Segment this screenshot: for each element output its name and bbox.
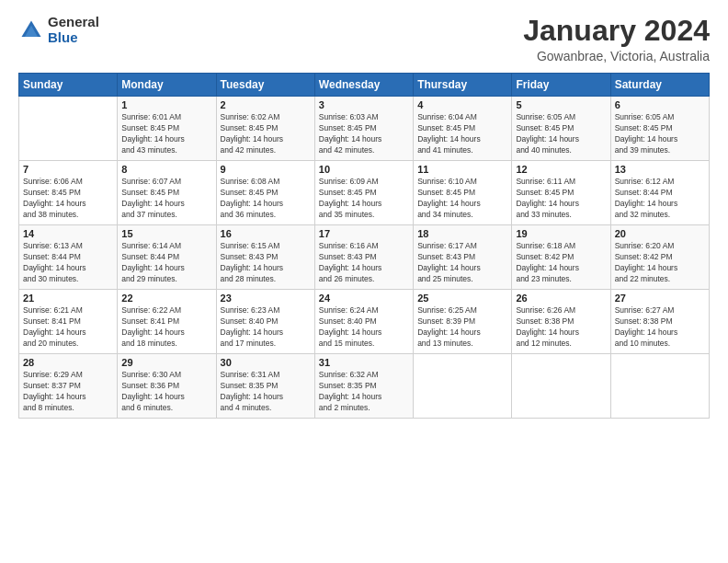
day-number: 28: [23, 357, 113, 368]
day-info: Sunrise: 6:30 AM Sunset: 8:36 PM Dayligh…: [121, 370, 211, 414]
day-number: 18: [417, 228, 507, 239]
cell-w1-d4: 11Sunrise: 6:10 AM Sunset: 8:45 PM Dayli…: [414, 161, 512, 225]
day-info: Sunrise: 6:03 AM Sunset: 8:45 PM Dayligh…: [319, 112, 409, 156]
cell-w1-d6: 13Sunrise: 6:12 AM Sunset: 8:44 PM Dayli…: [610, 161, 709, 225]
day-info: Sunrise: 6:18 AM Sunset: 8:42 PM Dayligh…: [516, 241, 606, 285]
cell-w2-d5: 19Sunrise: 6:18 AM Sunset: 8:42 PM Dayli…: [512, 225, 610, 290]
cell-w0-d1: 1Sunrise: 6:01 AM Sunset: 8:45 PM Daylig…: [118, 97, 216, 161]
day-number: 17: [319, 228, 409, 239]
day-info: Sunrise: 6:27 AM Sunset: 8:38 PM Dayligh…: [615, 305, 705, 350]
day-info: Sunrise: 6:13 AM Sunset: 8:44 PM Dayligh…: [23, 241, 113, 285]
col-friday: Friday: [512, 74, 610, 97]
day-info: Sunrise: 6:06 AM Sunset: 8:45 PM Dayligh…: [23, 177, 113, 221]
day-info: Sunrise: 6:11 AM Sunset: 8:45 PM Dayligh…: [516, 177, 606, 221]
day-number: 19: [516, 228, 606, 239]
cell-w4-d4: [414, 354, 512, 419]
day-info: Sunrise: 6:22 AM Sunset: 8:41 PM Dayligh…: [121, 305, 211, 350]
day-number: 21: [23, 293, 113, 304]
col-wednesday: Wednesday: [314, 74, 413, 97]
day-number: 24: [319, 293, 409, 304]
day-info: Sunrise: 6:07 AM Sunset: 8:45 PM Dayligh…: [121, 177, 211, 221]
cell-w2-d1: 15Sunrise: 6:14 AM Sunset: 8:44 PM Dayli…: [118, 225, 216, 290]
cell-w0-d4: 4Sunrise: 6:04 AM Sunset: 8:45 PM Daylig…: [414, 97, 512, 161]
day-number: 7: [23, 164, 113, 175]
title-block: January 2024 Gowanbrae, Victoria, Austra…: [523, 15, 710, 63]
day-number: 25: [417, 293, 507, 304]
day-number: 13: [615, 164, 705, 175]
day-info: Sunrise: 6:01 AM Sunset: 8:45 PM Dayligh…: [121, 112, 211, 156]
day-info: Sunrise: 6:15 AM Sunset: 8:43 PM Dayligh…: [221, 241, 311, 285]
cell-w4-d6: [610, 354, 709, 419]
page: General Blue January 2024 Gowanbrae, Vic…: [0, 0, 728, 563]
day-info: Sunrise: 6:21 AM Sunset: 8:41 PM Dayligh…: [23, 305, 113, 350]
day-info: Sunrise: 6:09 AM Sunset: 8:45 PM Dayligh…: [319, 177, 409, 221]
day-info: Sunrise: 6:04 AM Sunset: 8:45 PM Dayligh…: [417, 112, 507, 156]
cell-w0-d2: 2Sunrise: 6:02 AM Sunset: 8:45 PM Daylig…: [216, 97, 314, 161]
day-info: Sunrise: 6:25 AM Sunset: 8:39 PM Dayligh…: [417, 305, 507, 350]
day-info: Sunrise: 6:31 AM Sunset: 8:35 PM Dayligh…: [221, 370, 311, 414]
day-number: 15: [121, 228, 211, 239]
cell-w1-d5: 12Sunrise: 6:11 AM Sunset: 8:45 PM Dayli…: [512, 161, 610, 225]
day-number: 11: [417, 164, 507, 175]
cell-w2-d6: 20Sunrise: 6:20 AM Sunset: 8:42 PM Dayli…: [610, 225, 709, 290]
cell-w2-d3: 17Sunrise: 6:16 AM Sunset: 8:43 PM Dayli…: [314, 225, 413, 290]
cell-w3-d1: 22Sunrise: 6:22 AM Sunset: 8:41 PM Dayli…: [118, 290, 216, 354]
cell-w0-d6: 6Sunrise: 6:05 AM Sunset: 8:45 PM Daylig…: [610, 97, 709, 161]
cell-w1-d0: 7Sunrise: 6:06 AM Sunset: 8:45 PM Daylig…: [19, 161, 118, 225]
day-number: 27: [615, 293, 705, 304]
cell-w0-d5: 5Sunrise: 6:05 AM Sunset: 8:45 PM Daylig…: [512, 97, 610, 161]
day-number: 16: [221, 228, 311, 239]
day-info: Sunrise: 6:05 AM Sunset: 8:45 PM Dayligh…: [516, 112, 606, 156]
week-row-1: 7Sunrise: 6:06 AM Sunset: 8:45 PM Daylig…: [19, 161, 710, 225]
cell-w3-d3: 24Sunrise: 6:24 AM Sunset: 8:40 PM Dayli…: [314, 290, 413, 354]
day-number: 20: [615, 228, 705, 239]
day-number: 31: [319, 357, 409, 368]
cell-w1-d1: 8Sunrise: 6:07 AM Sunset: 8:45 PM Daylig…: [118, 161, 216, 225]
header: General Blue January 2024 Gowanbrae, Vic…: [18, 15, 710, 63]
cell-w2-d2: 16Sunrise: 6:15 AM Sunset: 8:43 PM Dayli…: [216, 225, 314, 290]
day-info: Sunrise: 6:26 AM Sunset: 8:38 PM Dayligh…: [516, 305, 606, 350]
day-info: Sunrise: 6:16 AM Sunset: 8:43 PM Dayligh…: [319, 241, 409, 285]
day-number: 23: [221, 293, 311, 304]
cell-w3-d2: 23Sunrise: 6:23 AM Sunset: 8:40 PM Dayli…: [216, 290, 314, 354]
day-number: 2: [221, 99, 311, 110]
logo: General Blue: [18, 15, 99, 45]
col-thursday: Thursday: [414, 74, 512, 97]
day-info: Sunrise: 6:24 AM Sunset: 8:40 PM Dayligh…: [319, 305, 409, 350]
day-number: 12: [516, 164, 606, 175]
cell-w3-d6: 27Sunrise: 6:27 AM Sunset: 8:38 PM Dayli…: [610, 290, 709, 354]
day-info: Sunrise: 6:14 AM Sunset: 8:44 PM Dayligh…: [121, 241, 211, 285]
cell-w0-d3: 3Sunrise: 6:03 AM Sunset: 8:45 PM Daylig…: [314, 97, 413, 161]
cell-w4-d0: 28Sunrise: 6:29 AM Sunset: 8:37 PM Dayli…: [19, 354, 118, 419]
day-number: 30: [221, 357, 311, 368]
day-info: Sunrise: 6:12 AM Sunset: 8:44 PM Dayligh…: [615, 177, 705, 221]
main-title: January 2024: [523, 15, 710, 47]
logo-general: General: [48, 15, 99, 30]
day-number: 22: [121, 293, 211, 304]
day-number: 6: [615, 99, 705, 110]
week-row-2: 14Sunrise: 6:13 AM Sunset: 8:44 PM Dayli…: [19, 225, 710, 290]
day-info: Sunrise: 6:08 AM Sunset: 8:45 PM Dayligh…: [221, 177, 311, 221]
day-number: 5: [516, 99, 606, 110]
logo-blue: Blue: [48, 30, 99, 46]
cell-w4-d5: [512, 354, 610, 419]
day-info: Sunrise: 6:32 AM Sunset: 8:35 PM Dayligh…: [319, 370, 409, 414]
cell-w1-d3: 10Sunrise: 6:09 AM Sunset: 8:45 PM Dayli…: [314, 161, 413, 225]
col-sunday: Sunday: [19, 74, 118, 97]
col-tuesday: Tuesday: [216, 74, 314, 97]
subtitle: Gowanbrae, Victoria, Australia: [523, 49, 710, 63]
week-row-0: 1Sunrise: 6:01 AM Sunset: 8:45 PM Daylig…: [19, 97, 710, 161]
cell-w4-d3: 31Sunrise: 6:32 AM Sunset: 8:35 PM Dayli…: [314, 354, 413, 419]
day-number: 14: [23, 228, 113, 239]
day-info: Sunrise: 6:20 AM Sunset: 8:42 PM Dayligh…: [615, 241, 705, 285]
week-row-4: 28Sunrise: 6:29 AM Sunset: 8:37 PM Dayli…: [19, 354, 710, 419]
week-row-3: 21Sunrise: 6:21 AM Sunset: 8:41 PM Dayli…: [19, 290, 710, 354]
cell-w2-d0: 14Sunrise: 6:13 AM Sunset: 8:44 PM Dayli…: [19, 225, 118, 290]
day-number: 10: [319, 164, 409, 175]
day-info: Sunrise: 6:05 AM Sunset: 8:45 PM Dayligh…: [615, 112, 705, 156]
cell-w1-d2: 9Sunrise: 6:08 AM Sunset: 8:45 PM Daylig…: [216, 161, 314, 225]
logo-text: General Blue: [48, 15, 99, 45]
logo-icon: [18, 17, 44, 43]
cell-w3-d0: 21Sunrise: 6:21 AM Sunset: 8:41 PM Dayli…: [19, 290, 118, 354]
cell-w3-d5: 26Sunrise: 6:26 AM Sunset: 8:38 PM Dayli…: [512, 290, 610, 354]
